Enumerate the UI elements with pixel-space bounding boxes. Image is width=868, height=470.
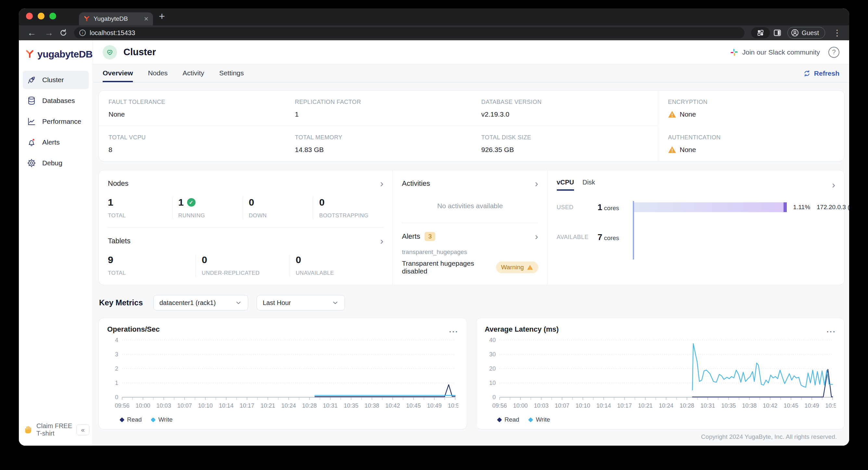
- yugabytedb-favicon: [84, 15, 90, 22]
- sidebar-collapse-button[interactable]: «: [76, 424, 89, 435]
- used-vcpu-bar-cap: [783, 202, 787, 212]
- svg-text:10:28: 10:28: [302, 402, 317, 409]
- performance-chart-icon: [27, 117, 36, 126]
- tablets-chevron-icon[interactable]: ›: [380, 236, 383, 246]
- svg-text:10:53: 10:53: [825, 402, 836, 409]
- alert-item: Transparent hugepages disabled Warning: [402, 259, 538, 275]
- tab-settings[interactable]: Settings: [219, 64, 244, 82]
- reload-icon[interactable]: [59, 29, 68, 37]
- claim-tshirt-link[interactable]: Claim FREE T-shirt «: [19, 422, 93, 446]
- stat-database-version: DATABASE VERSION v2.19.3.0: [472, 91, 658, 126]
- used-percent: 1.11%: [793, 203, 810, 211]
- tablets-total: 9 TOTAL: [108, 254, 195, 276]
- refresh-label: Refresh: [814, 69, 839, 77]
- tab-vcpu[interactable]: vCPU: [557, 179, 574, 191]
- page-title: Cluster: [123, 47, 156, 58]
- legend-write: Write: [529, 416, 550, 423]
- capacity-chevron-icon[interactable]: ›: [832, 180, 835, 190]
- nodes-total: 1 TOTAL: [108, 197, 172, 219]
- warning-badge: Warning: [496, 261, 538, 273]
- tab-close-icon[interactable]: ×: [144, 15, 149, 23]
- stat-authentication: AUTHENTICATION None: [658, 126, 844, 161]
- sidebar-item-alerts[interactable]: Alerts: [23, 133, 89, 151]
- site-info-icon[interactable]: i: [79, 30, 86, 36]
- refresh-button[interactable]: Refresh: [803, 69, 839, 77]
- slack-icon: [730, 48, 738, 57]
- activities-alerts-panel: Activities › No activities available Ale…: [393, 170, 547, 285]
- warning-triangle-icon: [527, 265, 533, 270]
- forward-icon[interactable]: →: [42, 29, 56, 37]
- tablets-unavailable: 0 UNAVAILABLE: [289, 254, 383, 276]
- rocket-icon: [27, 75, 36, 85]
- alerts-chevron-icon[interactable]: ›: [535, 231, 538, 241]
- chevron-down-icon: [332, 299, 339, 306]
- window-controls: [26, 13, 56, 20]
- svg-text:0: 0: [115, 394, 118, 401]
- tab-disk[interactable]: Disk: [583, 179, 595, 191]
- browser-tabstrip: YugabyteDB × +: [19, 8, 849, 25]
- nodes-chevron-icon[interactable]: ›: [380, 179, 383, 188]
- nodes-down: 0 DOWN: [243, 197, 313, 219]
- profile-button[interactable]: Guest: [787, 27, 825, 39]
- region-select[interactable]: datacenter1 (rack1): [153, 295, 248, 311]
- cluster-tabbar: Overview Nodes Activity Settings Refresh: [93, 64, 849, 83]
- svg-text:10:10: 10:10: [198, 402, 213, 409]
- used-vcpu-bar: [634, 202, 787, 212]
- slack-community-link[interactable]: Join our Slack community: [730, 48, 820, 57]
- alert-name: transparent_hugepages: [402, 249, 538, 256]
- warning-triangle-icon: [668, 146, 676, 154]
- alerts-count-badge: 3: [425, 232, 435, 241]
- side-panel-icon[interactable]: [773, 29, 782, 37]
- browser-menu-icon[interactable]: ⋮: [831, 28, 843, 38]
- svg-text:2: 2: [115, 366, 118, 372]
- sidebar-item-cluster[interactable]: Cluster: [23, 71, 89, 89]
- sidebar-item-debug[interactable]: Debug: [23, 154, 89, 172]
- chart-menu-icon[interactable]: ...: [827, 327, 836, 332]
- minimize-window-button[interactable]: [38, 13, 44, 20]
- logo[interactable]: yugabyteDB: [19, 40, 93, 69]
- copyright-text: Copyright 2024 YugaByte, Inc. All rights…: [701, 433, 837, 440]
- operations-chart-card: Operations/Sec ... 0123409:5610:0010:031…: [98, 318, 467, 429]
- stat-replication-factor: REPLICATION FACTOR 1: [285, 91, 472, 126]
- svg-text:10:21: 10:21: [260, 402, 275, 409]
- tab-overview[interactable]: Overview: [103, 64, 133, 82]
- chart-legend: Read Write: [498, 416, 836, 423]
- tab-nodes[interactable]: Nodes: [148, 64, 167, 82]
- page-header: Cluster Join our Slack community ?: [93, 40, 849, 64]
- nodes-tablets-panel: Nodes › 1 TOTAL 1 ✓ RUNNING: [99, 170, 393, 285]
- svg-text:10:14: 10:14: [596, 402, 611, 409]
- sidebar-item-databases[interactable]: Databases: [23, 92, 89, 110]
- tab-search-icon[interactable]: [751, 27, 770, 38]
- browser-window: YugabyteDB × + ← → i localhost:15433: [19, 8, 849, 446]
- latency-chart-card: Average Latency (ms) ... 01020304009:561…: [476, 318, 845, 429]
- activities-chevron-icon[interactable]: ›: [535, 179, 538, 188]
- svg-text:10:45: 10:45: [783, 402, 798, 409]
- legend-write: Write: [151, 416, 173, 423]
- svg-text:10:03: 10:03: [157, 402, 171, 409]
- svg-text:10:38: 10:38: [742, 402, 756, 409]
- new-tab-button[interactable]: +: [159, 11, 165, 22]
- maximize-window-button[interactable]: [50, 13, 56, 20]
- chart-menu-icon[interactable]: ...: [449, 327, 458, 332]
- help-icon[interactable]: ?: [828, 47, 839, 58]
- browser-tab[interactable]: YugabyteDB ×: [79, 12, 153, 25]
- svg-text:10:38: 10:38: [365, 402, 379, 409]
- activities-empty-text: No activities available: [402, 202, 538, 210]
- address-bar[interactable]: i localhost:15433: [74, 27, 745, 38]
- back-icon[interactable]: ←: [25, 29, 39, 37]
- nodes-running: 1 ✓ RUNNING: [172, 197, 243, 219]
- svg-text:10:00: 10:00: [136, 402, 150, 409]
- nodes-title: Nodes: [108, 179, 129, 188]
- svg-text:10:42: 10:42: [763, 402, 777, 409]
- tab-activity[interactable]: Activity: [183, 64, 204, 82]
- svg-text:09:56: 09:56: [115, 402, 129, 409]
- sidebar-item-performance[interactable]: Performance: [23, 113, 89, 131]
- svg-text:30: 30: [489, 351, 496, 357]
- svg-text:10:53: 10:53: [447, 402, 458, 409]
- stat-fault-tolerance: FAULT TOLERANCE None: [99, 91, 285, 126]
- close-window-button[interactable]: [26, 13, 33, 20]
- write-series-marker: [151, 417, 156, 422]
- time-range-select[interactable]: Last Hour: [257, 295, 345, 311]
- claim-label: Claim FREE T-shirt: [36, 422, 73, 437]
- refresh-icon: [803, 69, 811, 77]
